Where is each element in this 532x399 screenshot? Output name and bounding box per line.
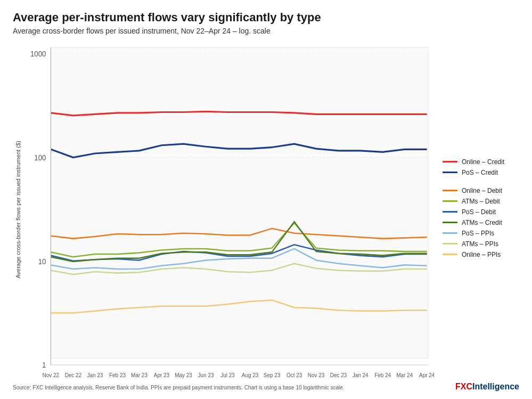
legend-label-atms-debit: ATMs – Debit	[462, 198, 500, 205]
legend-item-atms-ppis: ATMs – PPIs	[443, 240, 519, 248]
svg-text:Mar 23: Mar 23	[131, 372, 148, 379]
legend-line-atms-debit	[443, 200, 457, 202]
legend-label-atms-ppis: ATMs – PPIs	[462, 240, 498, 248]
legend-item-online-ppis: Online – PPIs	[443, 251, 519, 258]
legend-line-pos-debit	[443, 211, 457, 213]
svg-text:Jul 23: Jul 23	[220, 372, 235, 379]
svg-text:Dec 22: Dec 22	[65, 372, 82, 379]
footer: Source: FXC Intelligence analysis, Reser…	[13, 382, 519, 392]
chart-container: 1 10 100 1000 Nov 22 Dec 22 Jan 23 Feb 2…	[21, 40, 434, 379]
legend-label-online-credit: Online – Credit	[462, 158, 504, 166]
svg-text:Dec 23: Dec 23	[330, 372, 347, 379]
chart-subtitle: Average cross-border flows per issued in…	[13, 27, 519, 35]
legend-line-pos-ppis	[443, 232, 457, 234]
svg-text:Feb 24: Feb 24	[374, 372, 391, 379]
legend-line-atms-credit	[443, 222, 457, 223]
legend-item-pos-credit: PoS – Credit	[443, 169, 519, 176]
svg-text:Apr 23: Apr 23	[154, 372, 169, 379]
footer-source-text: Source: FXC Intelligence analysis, Reser…	[13, 384, 345, 392]
legend-item-atms-credit: ATMs – Credit	[443, 219, 519, 226]
svg-text:Aug 23: Aug 23	[242, 372, 259, 379]
legend-item-online-credit: Online – Credit	[443, 158, 519, 166]
legend-label-pos-ppis: PoS – PPIs	[462, 230, 494, 237]
svg-text:Sep 23: Sep 23	[264, 372, 281, 379]
svg-text:1: 1	[42, 361, 46, 370]
y-axis-label: Average cross-border flows per issued in…	[13, 40, 21, 379]
chart-title: Average per-instrument flows vary signif…	[13, 11, 519, 25]
page-container: Average per-instrument flows vary signif…	[0, 0, 532, 399]
footer-logo: FXCIntelligence	[455, 382, 519, 392]
svg-text:1000: 1000	[30, 50, 46, 59]
legend-line-online-debit	[443, 190, 457, 191]
svg-text:May 23: May 23	[175, 372, 192, 379]
svg-text:Mar 24: Mar 24	[396, 372, 413, 379]
svg-text:Jan 24: Jan 24	[353, 372, 369, 379]
svg-text:Apr 24: Apr 24	[419, 372, 434, 379]
svg-text:Jun 23: Jun 23	[198, 372, 214, 379]
legend-line-online-ppis	[443, 254, 457, 255]
legend-label-online-ppis: Online – PPIs	[462, 251, 501, 258]
legend-item-pos-ppis: PoS – PPIs	[443, 230, 519, 237]
legend-label-pos-credit: PoS – Credit	[462, 169, 498, 176]
chart-svg: 1 10 100 1000 Nov 22 Dec 22 Jan 23 Feb 2…	[21, 40, 434, 379]
legend-item-atms-debit: ATMs – Debit	[443, 198, 519, 205]
svg-text:Oct 23: Oct 23	[287, 372, 302, 379]
chart-legend: Online – Credit PoS – Credit Online – De…	[434, 40, 519, 379]
legend-line-pos-credit	[443, 172, 457, 173]
legend-label-online-debit: Online – Debit	[462, 187, 502, 194]
svg-text:Nov 22: Nov 22	[43, 372, 60, 379]
svg-text:Feb 23: Feb 23	[109, 372, 126, 379]
legend-item-online-debit: Online – Debit	[443, 187, 519, 194]
chart-with-legend: 1 10 100 1000 Nov 22 Dec 22 Jan 23 Feb 2…	[21, 40, 519, 379]
legend-label-atms-credit: ATMs – Credit	[462, 219, 502, 226]
chart-area: Average cross-border flows per issued in…	[13, 40, 519, 379]
svg-text:10: 10	[38, 257, 46, 266]
svg-text:Nov 23: Nov 23	[308, 372, 325, 379]
legend-line-atms-ppis	[443, 243, 457, 245]
legend-label-pos-debit: PoS – Debit	[462, 208, 496, 216]
svg-text:100: 100	[34, 153, 46, 162]
svg-text:Jan 23: Jan 23	[87, 372, 103, 379]
legend-item-pos-debit: PoS – Debit	[443, 208, 519, 216]
legend-line-online-credit	[443, 161, 457, 162]
